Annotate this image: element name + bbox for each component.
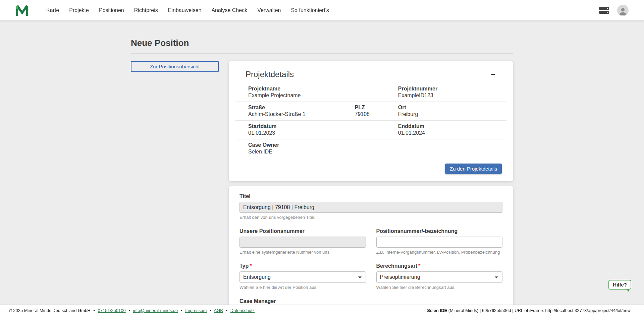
user-avatar[interactable] <box>617 5 629 16</box>
case-owner-value: Selen IDE <box>248 149 355 155</box>
nav-item-positionen[interactable]: Positionen <box>99 7 124 13</box>
separator: • <box>181 308 182 313</box>
copyright-text: © 2025 Mineral Minds Deutschland GmbH <box>9 308 91 313</box>
typ-select[interactable]: Entsorgung <box>239 271 366 283</box>
go-to-project-details-button[interactable]: Zu den Projektdetails <box>445 164 502 174</box>
enddatum-label: Enddatum <box>398 123 506 129</box>
case-owner-label: Case Owner <box>248 142 355 148</box>
nav-item-verwalten[interactable]: Verwalten <box>257 7 281 13</box>
table-row: Case Owner Selen IDE <box>235 139 506 158</box>
navbar-right-section <box>599 5 629 16</box>
strasse-label: Straße <box>248 105 355 111</box>
titel-input <box>239 202 502 213</box>
server-icon[interactable] <box>599 7 609 14</box>
projektnummer-label: Projektnummer <box>398 86 506 92</box>
positionsnummer-group: Positionsnummer/-bezeichnung Z.B. Intern… <box>376 228 503 255</box>
left-column: Zur Positionsübersicht <box>131 61 219 72</box>
session-details: (Mineral Minds) | 69576255536d | URL of … <box>447 308 631 313</box>
startdatum-value: 01.01.2023 <box>248 130 355 136</box>
projektname-value: Example Projectname <box>248 92 355 99</box>
nav-item-karte[interactable]: Karte <box>46 7 59 13</box>
title-divider <box>131 53 513 54</box>
table-row: Startdatum 01.01.2023 Enddatum 01.01.202… <box>235 121 506 139</box>
unsere-positionsnummer-input <box>239 237 366 248</box>
typ-label: Typ* <box>239 263 366 269</box>
ort-label: Ort <box>398 105 506 111</box>
back-to-positions-button[interactable]: Zur Positionsübersicht <box>131 61 219 72</box>
berechnungsart-helper: Wählen Sie hier die Berechnungsart aus. <box>376 285 503 290</box>
unsere-positionsnummer-helper: Erhält eine systemgenerierte Nummer von … <box>239 250 366 255</box>
required-asterisk: * <box>250 263 252 269</box>
nav-item-projekte[interactable]: Projekte <box>69 7 89 13</box>
new-position-form-card: Titel Erhält den von uns vorgegebenen Ti… <box>229 186 513 316</box>
footer-session-info: Selen IDE (Mineral Minds) | 69576255536d… <box>427 308 631 313</box>
phone-link[interactable]: 07151/250100 <box>98 308 126 313</box>
positionsnummer-label: Positionsnummer/-bezeichnung <box>376 228 503 234</box>
projektname-label: Projektname <box>248 86 355 92</box>
help-button[interactable]: Hilfe? <box>608 280 631 290</box>
nav-item-so-funktionierts[interactable]: So funktioniert's <box>291 7 329 13</box>
strasse-value: Achim-Stocker-Straße 1 <box>248 111 355 117</box>
nav-item-richtpreis[interactable]: Richtpreis <box>134 7 158 13</box>
ort-value: Freiburg <box>398 111 506 117</box>
positionsnummer-input[interactable] <box>376 237 503 248</box>
plz-label: PLZ <box>355 105 398 111</box>
project-details-table: Projektname Example Projectname Projektn… <box>235 83 506 158</box>
titel-helper: Erhält den von uns vorgegebenen Titel. <box>239 215 502 220</box>
projektnummer-value: ExampleID123 <box>398 92 506 99</box>
project-details-title: Projektdetails <box>246 70 294 79</box>
enddatum-value: 01.01.2024 <box>398 130 506 136</box>
main-navigation: Karte Projekte Positionen Richtpreis Ein… <box>46 7 329 13</box>
page-footer: © 2025 Mineral Minds Deutschland GmbH • … <box>0 305 644 316</box>
main-content-area: Neue Position Zur Positionsübersicht Pro… <box>0 20 644 316</box>
separator: • <box>210 308 211 313</box>
positionsnummer-helper: Z.B. Interne-Vorgangsnummer, LV-Position… <box>376 250 503 255</box>
berechnungsart-label-text: Berechnungsart <box>376 263 418 269</box>
table-row: Projektname Example Projectname Projektn… <box>235 83 506 102</box>
titel-group: Titel Erhält den von uns vorgegebenen Ti… <box>239 193 502 220</box>
mineral-minds-logo-icon[interactable] <box>15 4 29 17</box>
titel-label: Titel <box>239 193 502 199</box>
email-link[interactable]: info@mineral-minds.de <box>133 308 178 313</box>
berechnungsart-selected-value: Preisoptimierung <box>380 274 420 280</box>
chevron-down-icon <box>358 276 362 278</box>
separator: • <box>128 308 130 313</box>
berechnungsart-group: Berechnungsart* Preisoptimierung Wählen … <box>376 263 503 290</box>
table-row: Straße Achim-Stocker-Straße 1 PLZ 79108 … <box>235 102 506 121</box>
top-navbar: Karte Projekte Positionen Richtpreis Ein… <box>0 0 644 20</box>
unsere-positionsnummer-label: Unsere Positionsnummer <box>239 228 366 234</box>
page-title: Neue Position <box>131 38 513 48</box>
typ-label-text: Typ <box>239 263 249 269</box>
nav-item-einbauweisen[interactable]: Einbauweisen <box>168 7 202 13</box>
unsere-positionsnummer-group: Unsere Positionsnummer Erhält eine syste… <box>239 228 366 255</box>
right-column: Projektdetails − Projektname Example Pro… <box>229 61 513 316</box>
startdatum-label: Startdatum <box>248 123 355 129</box>
person-icon <box>618 6 628 16</box>
agb-link[interactable]: AGB <box>214 308 223 313</box>
nav-item-analyse-check[interactable]: Analyse Check <box>211 7 247 13</box>
typ-helper: Wählen Sie hier die Art der Position aus… <box>239 285 366 290</box>
project-details-card: Projektdetails − Projektname Example Pro… <box>229 61 513 181</box>
separator: • <box>93 308 95 313</box>
footer-left: © 2025 Mineral Minds Deutschland GmbH • … <box>9 308 255 313</box>
separator: • <box>226 308 228 313</box>
required-asterisk: * <box>418 263 420 269</box>
collapse-toggle-button[interactable]: − <box>489 71 496 78</box>
berechnungsart-select[interactable]: Preisoptimierung <box>376 271 503 283</box>
impressum-link[interactable]: Impressum <box>185 308 207 313</box>
typ-group: Typ* Entsorgung Wählen Sie hier die Art … <box>239 263 366 290</box>
chevron-down-icon <box>495 276 498 278</box>
case-manager-label: Case Manager <box>239 298 366 304</box>
berechnungsart-label: Berechnungsart* <box>376 263 503 269</box>
datenschutz-link[interactable]: Datenschutz <box>230 308 255 313</box>
plz-value: 79108 <box>355 111 398 117</box>
typ-selected-value: Entsorgung <box>243 274 271 280</box>
session-user: Selen IDE <box>427 308 447 313</box>
